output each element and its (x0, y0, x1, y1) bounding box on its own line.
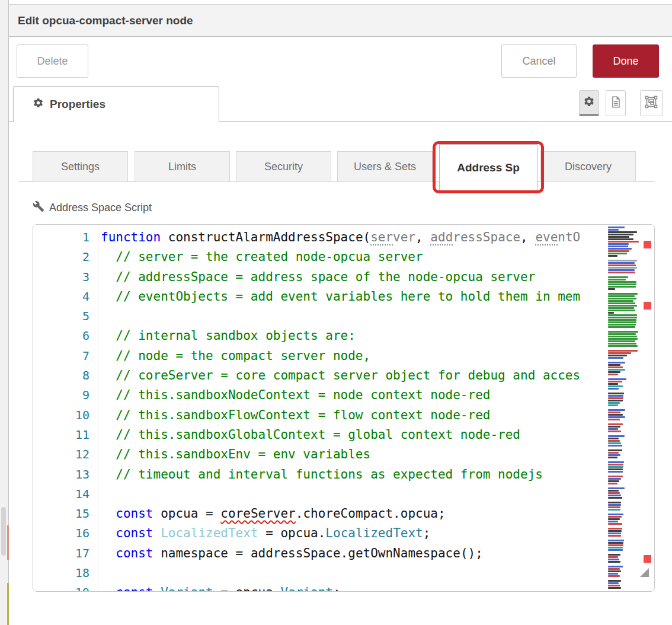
code-line-12[interactable]: // this.sandboxEnv = env variables (99, 445, 654, 464)
tab-properties[interactable]: Properties (13, 86, 219, 122)
error-marker (644, 241, 651, 248)
code-line-19[interactable]: const Variant = opcua.Variant; (99, 583, 654, 591)
line-number: 4 (33, 287, 89, 307)
tab-limits[interactable]: Limits (135, 151, 230, 182)
code-token: server (370, 230, 415, 245)
code-token: LocalizedText (161, 526, 258, 540)
minimap-line (608, 535, 621, 537)
code-token: // server = the created node-opcua serve… (101, 250, 423, 264)
code-line-11[interactable]: // this.sandboxGlobalContext = global co… (99, 425, 654, 445)
minimap-line (608, 419, 620, 420)
minimap-line (608, 253, 627, 254)
code-line-15[interactable]: const opcua = coreServer.choreCompact.op… (99, 504, 654, 524)
minimap-line (608, 402, 620, 404)
workspace-scrollbar-thumb[interactable] (1, 507, 6, 556)
code-token (153, 585, 161, 591)
code-line-1[interactable]: function constructAlarmAddressSpace(serv… (99, 228, 654, 247)
code-token: const (116, 506, 153, 521)
code-line-9[interactable]: // this.sandboxNodeContext = node contex… (99, 385, 654, 405)
minimap-line (608, 570, 621, 572)
tab-security[interactable]: Security (236, 151, 331, 182)
code-line-14[interactable] (99, 484, 654, 504)
minimap-line (608, 357, 623, 359)
minimap-line (608, 404, 618, 406)
line-number: 9 (33, 385, 89, 405)
code-line-2[interactable]: // server = the created node-opcua serve… (99, 247, 654, 267)
minimap-line (608, 445, 622, 447)
minimap-line (608, 352, 631, 354)
code-line-4[interactable]: // eventObjects = add event variables he… (99, 287, 654, 307)
code-line-10[interactable]: // this.sandboxFlowContext = flow contex… (99, 406, 654, 425)
minimap-line (608, 575, 620, 577)
minimap-line (608, 504, 621, 506)
minimap-line (608, 243, 629, 245)
properties-pane-button[interactable] (579, 90, 599, 116)
code-line-3[interactable]: // addressSpace = address space of the n… (99, 267, 654, 287)
code-token: const (116, 526, 153, 540)
code-token: , (520, 230, 535, 244)
code-token: coreServer (220, 506, 295, 521)
code-token: namespace = addressSpace.getOwnNamespace… (153, 546, 483, 560)
tab-users-sets[interactable]: Users & Sets (337, 151, 433, 182)
minimap-line (608, 333, 636, 335)
tab-discovery[interactable]: Discovery (540, 151, 636, 182)
tab-address-sp[interactable]: Address Sp (439, 144, 537, 191)
minimap-line (608, 302, 635, 304)
minimap-line (608, 440, 620, 442)
editor-minimap[interactable] (606, 225, 639, 591)
editor-gutter: 12345678910111213141516171819 (33, 225, 98, 591)
code-line-5[interactable] (99, 307, 654, 326)
code-token: Variant (161, 585, 213, 591)
minimap-line (608, 414, 623, 416)
minimap-line (608, 431, 621, 432)
editor-resize-grip[interactable] (640, 568, 649, 577)
code-editor[interactable]: 12345678910111213141516171819 function c… (33, 224, 655, 592)
minimap-line (608, 497, 622, 499)
code-token: ; (423, 526, 431, 540)
description-pane-button[interactable] (606, 90, 626, 116)
minimap-line (608, 340, 635, 342)
appearance-pane-button[interactable] (640, 90, 663, 116)
line-number: 15 (33, 504, 89, 524)
minimap-line (608, 542, 623, 544)
editor-code-area[interactable]: function constructAlarmAddressSpace(serv… (99, 225, 654, 591)
code-line-6[interactable]: // internal sandbox objects are: (99, 326, 654, 346)
code-token: // internal sandbox objects are: (101, 329, 356, 343)
code-token: const (116, 585, 153, 591)
minimap-line (608, 573, 618, 575)
code-line-18[interactable] (99, 563, 654, 583)
code-token: = opcua. (258, 526, 326, 540)
minimap-line (608, 540, 624, 541)
minimap-line (608, 238, 633, 240)
minimap-line (608, 556, 618, 558)
minimap-line (608, 528, 622, 530)
line-number: 5 (33, 307, 89, 326)
done-button[interactable]: Done (593, 44, 659, 78)
minimap-line (608, 471, 623, 473)
minimap-line (608, 509, 620, 511)
minimap-line (608, 435, 625, 437)
code-line-13[interactable]: // timeout and interval functions as exp… (99, 465, 654, 484)
tab-label: Users & Sets (354, 161, 416, 173)
code-line-17[interactable]: const namespace = addressSpace.getOwnNam… (99, 544, 654, 563)
cancel-button[interactable]: Cancel (501, 44, 577, 78)
code-line-7[interactable]: // node = the compact server node, (99, 346, 654, 366)
tab-settings[interactable]: Settings (33, 151, 128, 182)
minimap-line (608, 314, 637, 316)
code-token: const (116, 546, 153, 560)
delete-button[interactable]: Delete (17, 44, 88, 78)
code-line-8[interactable]: // coreServer = core compact server obje… (99, 366, 654, 385)
minimap-line (608, 587, 621, 589)
minimap-line (608, 423, 623, 425)
minimap-line (608, 518, 620, 520)
minimap-line (608, 442, 621, 444)
minimap-line (608, 516, 622, 518)
line-number: 11 (33, 425, 89, 445)
code-line-16[interactable]: const LocalizedText = opcua.LocalizedTex… (99, 524, 654, 543)
minimap-line (608, 530, 622, 532)
minimap-line (608, 350, 638, 352)
minimap-line (608, 452, 619, 454)
minimap-line (608, 300, 633, 302)
minimap-line (608, 326, 635, 328)
minimap-line (608, 305, 637, 307)
